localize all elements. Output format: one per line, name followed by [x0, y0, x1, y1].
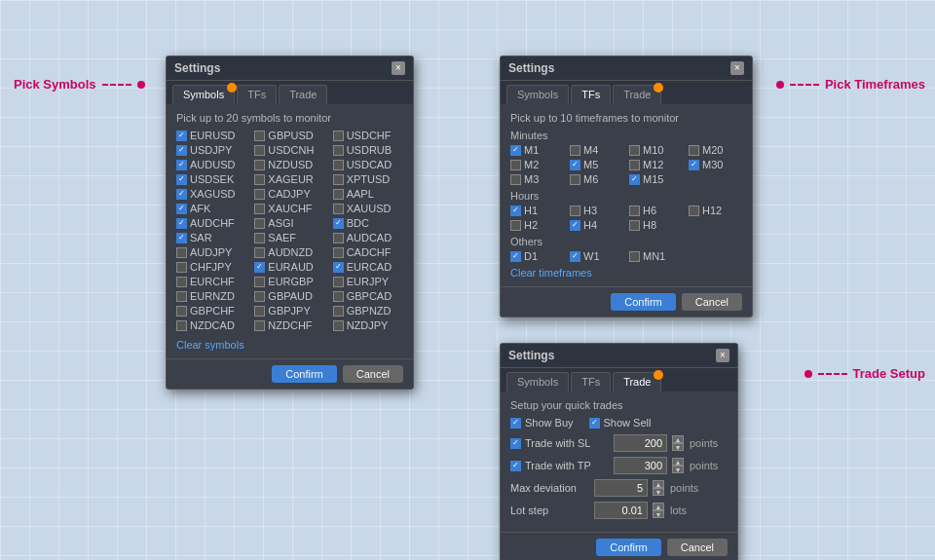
trade-sl-checkbox[interactable]: Trade with SL [510, 437, 608, 449]
symbol-item-gbpcad[interactable]: GBPCAD [333, 290, 403, 302]
lot-step-spinner[interactable]: ▲▼ [653, 503, 664, 518]
max-deviation-input[interactable] [594, 479, 648, 497]
symbol-item-usdrub[interactable]: USDRUB [333, 144, 403, 156]
tab-trade-trade[interactable]: Trade [613, 372, 661, 392]
trade-close-btn[interactable]: × [716, 349, 729, 362]
tf-close-btn[interactable]: × [730, 61, 744, 75]
trade-tp-checkbox[interactable]: Trade with TP [510, 460, 608, 471]
tf-confirm-btn[interactable]: Confirm [611, 293, 676, 311]
tf-dialog-title: Settings [508, 61, 554, 75]
symbol-item-aapl[interactable]: AAPL [333, 188, 403, 200]
symbol-item-gbpjpy[interactable]: GBPJPY [254, 305, 324, 317]
trade-subtitle: Setup your quick trades [510, 399, 728, 411]
trade-tabs: Symbols TFs Trade [501, 368, 737, 392]
max-deviation-spinner[interactable]: ▲▼ [653, 480, 664, 496]
minutes-grid: M1 M4 M10 M20 M2 M5 M12 M30 M3 M6 M15 [510, 144, 742, 185]
trade-tp-spinner[interactable]: ▲▼ [672, 458, 684, 473]
symbol-item-sar[interactable]: SAR [176, 232, 246, 243]
lot-step-label: Lot step [510, 504, 588, 516]
pick-timeframes-label: Pick Timeframes [776, 77, 925, 92]
hours-section-header: Hours [510, 190, 742, 202]
clear-timeframes-link[interactable]: Clear timeframes [510, 267, 592, 279]
symbol-item-gbpchf[interactable]: GBPCHF [176, 305, 246, 317]
symbol-item-xageur[interactable]: XAGEUR [254, 173, 324, 185]
symbol-item-eurnzd[interactable]: EURNZD [176, 290, 246, 302]
symbols-cancel-btn[interactable]: Cancel [343, 365, 403, 383]
symbol-item-nzdcad[interactable]: NZDCAD [176, 319, 246, 331]
symbols-confirm-btn[interactable]: Confirm [272, 365, 337, 383]
symbols-dialog: Settings × Symbols TFs Trade Pick up to … [166, 56, 414, 390]
symbol-item-xptusd[interactable]: XPTUSD [333, 173, 403, 185]
tf-cancel-btn[interactable]: Cancel [682, 293, 742, 311]
symbol-item-audchf[interactable]: AUDCHF [176, 217, 246, 229]
symbol-item-gbpaud[interactable]: GBPAUD [254, 290, 324, 302]
tf-subtitle: Pick up to 10 timeframes to monitor [510, 112, 742, 124]
tab-symbols-tfs[interactable]: TFs [237, 85, 277, 104]
symbol-item-chfjpy[interactable]: CHFJPY [176, 261, 246, 273]
trade-sl-spinner[interactable]: ▲▼ [672, 435, 684, 451]
symbols-dialog-titlebar: Settings × [167, 56, 413, 81]
symbol-item-usdchf[interactable]: USDCHF [333, 130, 403, 141]
trade-tp-input[interactable] [614, 457, 667, 474]
symbol-item-cadchf[interactable]: CADCHF [333, 246, 403, 258]
max-deviation-label: Max deviation [510, 482, 588, 494]
symbol-item-xagusd[interactable]: XAGUSD [176, 188, 246, 200]
symbol-item-audjpy[interactable]: AUDJPY [176, 246, 246, 258]
tf-dialog-titlebar: Settings × [501, 56, 752, 81]
trade-confirm-btn[interactable]: Confirm [596, 539, 661, 556]
lot-step-unit: lots [670, 504, 687, 516]
tf-trade-dot [654, 83, 663, 93]
symbol-item-bdc[interactable]: BDC [333, 217, 403, 229]
symbol-item-eurusd[interactable]: EURUSD [176, 130, 246, 141]
trade-cancel-btn[interactable]: Cancel [667, 539, 728, 556]
others-section-header: Others [510, 236, 742, 247]
timeframes-dialog: Settings × Symbols TFs Trade Pick up to … [500, 56, 753, 317]
symbol-item-eurchf[interactable]: EURCHF [176, 276, 246, 287]
symbol-item-usdcad[interactable]: USDCAD [333, 159, 403, 170]
lot-step-input[interactable] [594, 502, 648, 519]
minutes-section-header: Minutes [510, 130, 742, 141]
trade-dialog-title: Settings [508, 349, 554, 362]
show-sell-checkbox[interactable]: Show Sell [589, 417, 652, 429]
hours-grid: H1 H3 H6 H12 H2 H4 H8 [510, 205, 742, 231]
trade-sl-input[interactable] [614, 434, 667, 452]
tf-tabs: Symbols TFs Trade [501, 81, 752, 104]
clear-symbols-link[interactable]: Clear symbols [176, 339, 244, 351]
tab-trade-tfs[interactable]: TFs [571, 372, 611, 392]
symbol-item-audcad[interactable]: AUDCAD [333, 232, 403, 243]
symbol-item-audnzd[interactable]: AUDNZD [254, 246, 324, 258]
symbol-item-gbpusd[interactable]: GBPUSD [254, 130, 324, 141]
symbol-item-usdjpy[interactable]: USDJPY [176, 144, 246, 156]
tab-trade-symbols[interactable]: Symbols [506, 372, 569, 392]
symbol-item-xauusd[interactable]: XAUUSD [333, 203, 403, 214]
symbols-dialog-title: Settings [174, 61, 220, 75]
pick-symbols-label: Pick Symbols [14, 77, 145, 92]
others-grid: D1 W1 MN1 [510, 250, 742, 262]
symbol-item-nzdjpy[interactable]: NZDJPY [333, 319, 403, 331]
trade-dialog-titlebar: Settings × [501, 344, 737, 368]
symbols-tabs: Symbols TFs Trade [167, 81, 413, 104]
symbol-item-xauchf[interactable]: XAUCHF [254, 203, 324, 214]
symbol-item-gbpnzd[interactable]: GBPNZD [333, 305, 403, 317]
symbol-item-usdsek[interactable]: USDSEK [176, 173, 246, 185]
symbol-item-asgi[interactable]: ASGI [254, 217, 324, 229]
tab-tf-trade[interactable]: Trade [613, 85, 661, 104]
tab-tf-tfs[interactable]: TFs [571, 85, 611, 104]
symbol-item-usdcnh[interactable]: USDCNH [254, 144, 324, 156]
symbol-item-cadjpy[interactable]: CADJPY [254, 188, 324, 200]
symbol-item-eurgbp[interactable]: EURGBP [254, 276, 324, 287]
symbols-close-btn[interactable]: × [392, 61, 405, 75]
symbol-item-saef[interactable]: SAEF [254, 232, 324, 243]
symbol-item-audusd[interactable]: AUDUSD [176, 159, 246, 170]
symbol-item-eurjpy[interactable]: EURJPY [333, 276, 403, 287]
symbol-item-euraud[interactable]: EURAUD [254, 261, 324, 273]
show-buy-checkbox[interactable]: Show Buy [510, 417, 574, 429]
symbol-item-eurcad[interactable]: EURCAD [333, 261, 403, 273]
symbol-item-nzdusd[interactable]: NZDUSD [254, 159, 324, 170]
symbol-item-afk[interactable]: AFK [176, 203, 246, 214]
tab-tf-symbols[interactable]: Symbols [506, 85, 569, 104]
tab-symbols-symbols[interactable]: Symbols [172, 85, 235, 104]
symbols-subtitle: Pick up to 20 symbols to monitor [176, 112, 403, 124]
symbol-item-nzdchf[interactable]: NZDCHF [254, 319, 324, 331]
tab-symbols-trade[interactable]: Trade [279, 85, 327, 104]
